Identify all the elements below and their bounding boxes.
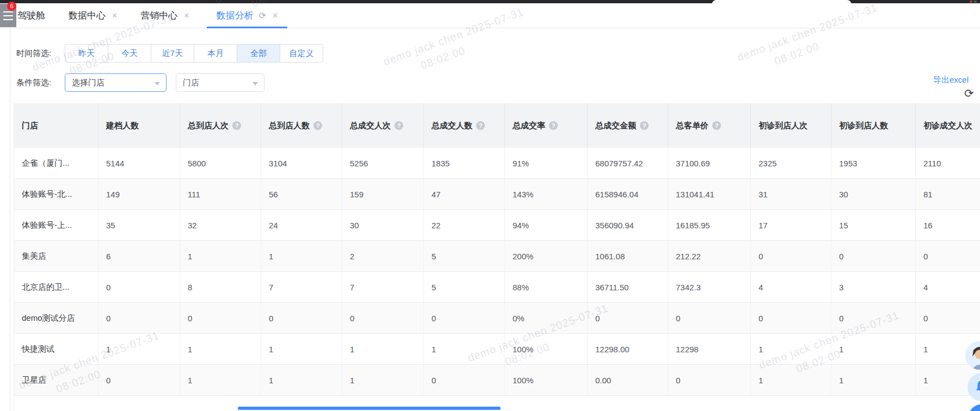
table-cell: 131041.41 <box>668 179 751 209</box>
time-filter-button[interactable]: 昨天 <box>65 44 108 63</box>
store-multi-select[interactable]: 选择门店 <box>65 73 167 92</box>
help-icon[interactable]: ? <box>712 121 721 130</box>
help-icon[interactable]: ? <box>395 121 403 130</box>
table-cell: 5144 <box>98 148 180 178</box>
tab-label: 数据分析 <box>217 9 254 22</box>
time-filter-button[interactable]: 今天 <box>108 44 151 63</box>
table-cell: 0 <box>424 365 505 395</box>
store-select[interactable]: 门店 <box>176 73 264 92</box>
table-cell: 7342.3 <box>668 272 751 302</box>
tab-label: 驾驶舱 <box>17 9 45 22</box>
table-cell: 30 <box>342 210 424 240</box>
table-cell: 2110 <box>916 148 980 178</box>
table-cell: 16185.95 <box>668 210 751 240</box>
table-cell: 0 <box>424 303 505 333</box>
table-row: 北京店的卫...0877588%36711.507342.3434 <box>14 272 980 303</box>
table-cell: 1 <box>180 365 261 395</box>
table-cell: 0 <box>588 303 668 333</box>
table-cell: 0.00 <box>588 365 668 395</box>
table-cell: 2 <box>342 241 424 271</box>
chevron-down-icon <box>155 82 160 85</box>
store-name-cell: 体验账号-北... <box>14 179 98 209</box>
table-cell: 1 <box>424 334 505 364</box>
table-row: demo测试分店000000%00000 <box>14 303 980 334</box>
table-cell: 5256 <box>342 148 424 178</box>
table-cell: 5 <box>424 241 505 271</box>
close-icon[interactable]: × <box>112 11 117 21</box>
time-filter-button[interactable]: 本月 <box>194 44 237 63</box>
tab-data-analysis[interactable]: 数据分析 ⟳ × <box>217 3 278 28</box>
table-cell: 1 <box>261 334 342 364</box>
notification-badge: 6 <box>7 2 16 11</box>
help-icon[interactable]: ? <box>640 121 649 130</box>
table-cell: 6 <box>98 241 180 271</box>
horizontal-scrollbar-thumb[interactable] <box>238 407 501 410</box>
table-cell: 1061.08 <box>588 241 668 271</box>
table-refresh-icon[interactable]: ⟳ <box>964 87 974 100</box>
table-cell: 1 <box>831 365 916 395</box>
column-header: 总成交人次? <box>342 103 424 148</box>
tab-dashboard[interactable]: 驾驶舱 <box>17 3 45 28</box>
table-cell: 200% <box>505 241 588 271</box>
time-filter-group: 昨天今天近7天本月全部自定义 <box>65 44 323 63</box>
refresh-icon[interactable]: ⟳ <box>259 10 266 21</box>
store-name-cell: 集美店 <box>14 241 98 271</box>
help-icon[interactable]: ? <box>549 121 558 130</box>
time-filter-button[interactable]: 全部 <box>237 44 280 63</box>
table-cell: 212.22 <box>668 241 751 271</box>
time-filter-button[interactable]: 近7天 <box>151 44 194 63</box>
table-cell: 100% <box>505 365 588 395</box>
time-filter-button[interactable]: 自定义 <box>280 44 323 63</box>
table-row: 体验账号-北...1491115615947143%6158946.041310… <box>14 179 980 210</box>
table-cell: 24 <box>261 210 342 240</box>
help-icon[interactable]: ? <box>476 121 485 130</box>
table-cell: 0 <box>668 365 751 395</box>
table-cell: 4 <box>751 272 831 302</box>
store-name-cell: 北京店的卫... <box>14 272 98 302</box>
store-name-cell: 卫星店 <box>14 365 98 395</box>
table-cell: 5800 <box>180 148 261 178</box>
column-header: 总成交金额? <box>588 103 668 148</box>
stats-table: 门店建档人数总到店人次?总到店人数?总成交人次?总成交人数?总成交率?总成交金额… <box>14 103 980 411</box>
table-cell: 3104 <box>261 148 342 178</box>
help-icon[interactable]: ? <box>313 121 322 130</box>
column-header: 总成交率? <box>505 103 588 148</box>
table-cell: 16 <box>916 210 980 240</box>
condition-filter-label: 条件筛选: <box>16 73 51 92</box>
table-cell: 15 <box>831 210 916 240</box>
table-cell: 0 <box>342 303 424 333</box>
table-cell: 88% <box>505 272 588 302</box>
tab-label: 数据中心 <box>69 9 106 22</box>
table-cell: 111 <box>180 179 261 209</box>
table-cell: 22 <box>424 210 505 240</box>
table-cell: 1 <box>342 365 424 395</box>
table-cell: 2325 <box>751 148 831 178</box>
status-dot <box>970 1 972 3</box>
table-cell: 12298.00 <box>588 334 668 364</box>
store-select-value: 门店 <box>183 78 199 88</box>
store-name-cell: 企雀（厦门... <box>14 148 98 178</box>
table-cell: 1 <box>342 334 424 364</box>
table-row: 快捷测试11111100%12298.0012298111 <box>14 334 980 365</box>
help-icon[interactable]: ? <box>232 121 241 130</box>
column-header: 总成交人数? <box>424 103 505 148</box>
table-cell: 0 <box>751 303 831 333</box>
table-cell: 4 <box>916 272 980 302</box>
chevron-down-icon <box>252 82 258 85</box>
table-cell: 94% <box>505 210 588 240</box>
tab-marketing-center[interactable]: 营销中心 × <box>140 3 189 28</box>
column-header: 总客单价? <box>668 103 751 148</box>
close-icon[interactable]: × <box>184 11 189 21</box>
table-cell: 12298 <box>668 334 751 364</box>
close-icon[interactable]: × <box>273 11 278 21</box>
table-cell: 3 <box>831 272 916 302</box>
column-header: 门店 <box>14 103 98 148</box>
tab-data-center[interactable]: 数据中心 × <box>69 3 117 28</box>
table-cell: 0 <box>751 241 831 271</box>
table-cell: 356090.94 <box>588 210 668 240</box>
app-window: 6 驾驶舱 数据中心 × 营销中心 × 数据分析 ⟳ × 时间筛选: 昨天今天近… <box>0 0 980 411</box>
table-cell: 1 <box>751 334 831 364</box>
table-cell: 91% <box>505 148 588 178</box>
export-excel-link[interactable]: 导出excel <box>933 75 969 85</box>
time-filter-label: 时间筛选: <box>16 44 51 63</box>
